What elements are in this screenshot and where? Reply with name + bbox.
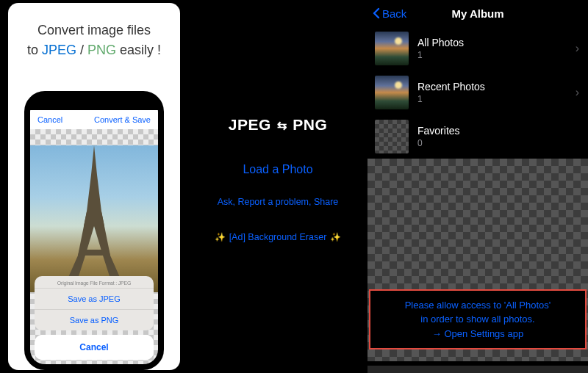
permission-banner[interactable]: Please allow access to 'All Photos' in o… [369,289,587,350]
phone-mockup: Cancel Convert & Save Orig [24,91,164,370]
bottom-bar [368,366,588,373]
promo-panel: Convert image files to JPEG / PNG easily… [0,0,188,373]
album-row-favorites[interactable]: Favorites 0 [368,115,588,159]
sparkle-icon: ✨ [326,232,345,242]
action-sheet-group: Original Image File Format : JPEG Save a… [35,276,154,330]
album-row-text: All Photos 1 [417,37,464,60]
app-title: JPEG ⇆ PNG [229,116,328,134]
save-as-jpeg-button[interactable]: Save as JPEG [35,288,154,309]
album-thumb-empty [375,120,409,153]
sample-photo-eiffel [30,145,158,292]
album-row-count: 1 [417,94,485,104]
album-thumb [375,32,409,65]
album-thumb [375,76,409,109]
album-nav-bar: Back My Album [368,0,588,26]
back-button[interactable]: Back [372,7,406,20]
save-as-png-button[interactable]: Save as PNG [35,309,154,330]
action-sheet: Original Image File Format : JPEG Save a… [35,276,154,360]
preview-area: Please allow access to 'All Photos' in o… [368,159,588,361]
promo-card: Convert image files to JPEG / PNG easily… [8,3,180,370]
album-row-title: All Photos [417,37,464,48]
eiffel-tower-icon [50,145,138,292]
phone-notch [65,97,123,110]
album-row-text: Favorites 0 [417,125,460,148]
headline-line1: Convert image files [37,23,151,37]
ad-background-eraser-button[interactable]: ✨[Ad] Background Eraser✨ [211,232,345,242]
album-panel: Back My Album All Photos 1 › Recent Phot… [368,0,588,373]
editor-canvas: Original Image File Format : JPEG Save a… [30,129,158,364]
chevron-right-icon: › [576,86,579,99]
phone-mockup-wrap: Cancel Convert & Save Orig [8,63,180,370]
headline-post: easily ! [116,43,161,57]
permission-line1: Please allow access to 'All Photos' [375,298,581,313]
action-sheet-cancel-button[interactable]: Cancel [35,335,154,360]
album-row-recent-photos[interactable]: Recent Photos 1 › [368,70,588,115]
app-nav-bar: Cancel Convert & Save [30,110,158,129]
back-label: Back [382,7,406,20]
nav-cancel-button[interactable]: Cancel [37,115,62,124]
album-row-all-photos[interactable]: All Photos 1 › [368,26,588,70]
title-png: PNG [293,116,327,134]
chevron-right-icon: › [576,42,579,55]
title-jpeg: JPEG [229,116,271,134]
chevron-left-icon [372,7,381,19]
load-photo-button[interactable]: Load a Photo [243,163,312,176]
app-home-panel: JPEG ⇆ PNG Load a Photo Ask, Report a pr… [188,0,368,373]
swap-icon: ⇆ [277,118,287,132]
permission-line3: → Open Settings app [375,327,581,341]
album-row-text: Recent Photos 1 [417,81,485,104]
nav-convert-save-button[interactable]: Convert & Save [94,115,151,124]
permission-line2: in order to show all photos. [375,312,581,327]
promo-headline: Convert image files to JPEG / PNG easily… [23,13,165,63]
ask-report-share-button[interactable]: Ask, Report a problem, Share [218,197,339,207]
album-row-title: Recent Photos [417,81,485,93]
album-row-title: Favorites [417,125,460,137]
headline-jpeg: JPEG [42,43,76,57]
ad-label: [Ad] Background Eraser [229,232,327,242]
action-sheet-label: Original Image File Format : JPEG [35,276,154,288]
headline-to: to [27,43,42,57]
album-row-count: 0 [417,138,460,148]
sparkle-icon: ✨ [211,232,229,242]
headline-png: PNG [87,43,116,57]
headline-slash: / [76,43,87,57]
album-row-count: 1 [417,50,464,60]
